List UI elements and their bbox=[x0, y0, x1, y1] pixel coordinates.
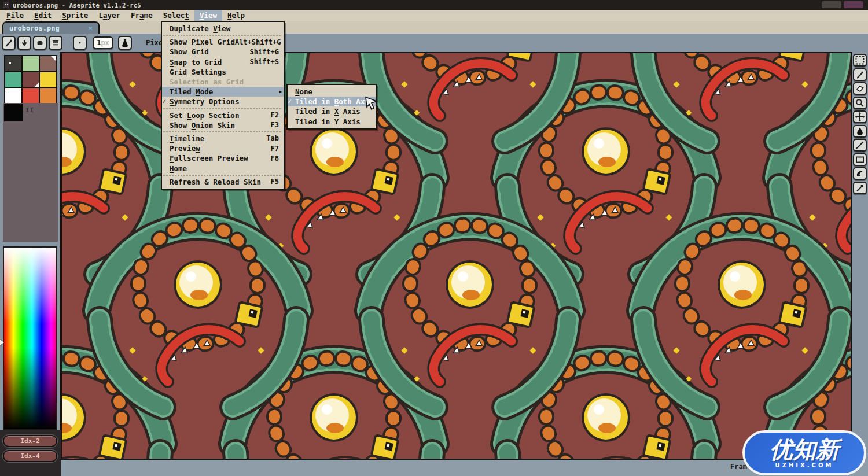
arrow-down-icon bbox=[20, 38, 29, 47]
menu-item-grid-settings[interactable]: Grid Settings bbox=[162, 67, 284, 77]
palette-swatch-6[interactable] bbox=[5, 88, 21, 104]
spectrum-marker-icon[interactable] bbox=[0, 340, 4, 345]
brush-size-input[interactable]: 1 px bbox=[93, 36, 113, 49]
line-tool[interactable] bbox=[853, 139, 867, 152]
menu-item-label: Tiled in Both Axis bbox=[295, 97, 373, 106]
menu-frame[interactable]: Frame bbox=[126, 10, 158, 21]
sidebar-bottom-panel: Idx-2 Idx-4 bbox=[0, 430, 61, 476]
palette-swatch-7[interactable] bbox=[23, 88, 39, 104]
menu-sprite[interactable]: Sprite bbox=[57, 10, 93, 21]
pencil-button[interactable] bbox=[2, 36, 16, 50]
menu-item-tiled-mode[interactable]: Tiled Mode▶ bbox=[162, 87, 284, 97]
palette-swatch-2[interactable] bbox=[40, 56, 56, 71]
checkmark-icon: ✓ bbox=[288, 97, 292, 105]
submenu-item-none[interactable]: None bbox=[288, 87, 376, 97]
palette-swatch-5[interactable] bbox=[40, 72, 56, 87]
tool-strip bbox=[852, 52, 868, 460]
color-palette bbox=[4, 55, 57, 105]
window-controls bbox=[822, 1, 863, 8]
menu-item-symmetry-options[interactable]: ✓Symmetry Options bbox=[162, 97, 284, 106]
menu-item-shortcut: F3 bbox=[271, 121, 279, 129]
paint-bucket-tool[interactable] bbox=[853, 125, 867, 138]
color-spectrum-picker[interactable] bbox=[3, 246, 57, 430]
zoom-tool[interactable] bbox=[853, 97, 867, 109]
watermark-title: 优知新 bbox=[770, 438, 839, 461]
tab-uroboros[interactable]: uroboros.png × bbox=[2, 21, 100, 34]
menu-item-show-grid[interactable]: Show GridShift+G bbox=[162, 47, 284, 57]
palette-swatch-8[interactable] bbox=[40, 88, 56, 104]
menu-select[interactable]: Select bbox=[158, 10, 194, 21]
dot-icon bbox=[75, 38, 84, 47]
brush-size-value: 1 bbox=[97, 39, 101, 47]
menu-view[interactable]: View bbox=[194, 10, 222, 21]
menu-item-label: Tiled in Y Axis bbox=[295, 117, 361, 126]
menu-item-shortcut: F7 bbox=[271, 145, 279, 153]
menu-item-label: Set Loop Section bbox=[170, 111, 239, 120]
jumble-tool[interactable] bbox=[853, 182, 867, 194]
tab-close-icon[interactable]: × bbox=[88, 24, 93, 32]
menu-lines-icon bbox=[51, 38, 60, 47]
fg-index-button[interactable]: Idx-2 bbox=[3, 435, 57, 447]
eraser-tool[interactable] bbox=[853, 82, 867, 95]
move-tool[interactable] bbox=[853, 110, 867, 123]
paint-bucket-icon bbox=[855, 126, 865, 136]
submenu-item-tiled-in-both-axis[interactable]: ✓Tiled in Both Axis bbox=[288, 97, 376, 106]
window-title: uroboros.png - Aseprite v1.1.2-rc5 bbox=[13, 2, 141, 9]
palette-swatch-3[interactable] bbox=[5, 72, 21, 87]
submenu-item-tiled-in-x-axis[interactable]: Tiled in X Axis bbox=[288, 106, 376, 116]
menu-lines-button[interactable] bbox=[49, 36, 62, 50]
watermark-subtitle: UZHIX.COM bbox=[775, 462, 834, 468]
pause-mark: II bbox=[25, 106, 34, 114]
menu-item-duplicate-view[interactable]: Duplicate View bbox=[162, 24, 284, 34]
dot-button[interactable] bbox=[73, 36, 87, 50]
menu-item-shortcut: Tab bbox=[266, 134, 279, 142]
menu-item-set-loop-section[interactable]: Set Loop SectionF2 bbox=[162, 110, 284, 120]
minimize-button[interactable] bbox=[822, 1, 841, 8]
menu-item-label: Show Grid bbox=[170, 47, 209, 56]
menu-item-preview[interactable]: PreviewF7 bbox=[162, 143, 284, 153]
close-window-button[interactable] bbox=[844, 1, 863, 8]
menu-item-show-onion-skin[interactable]: Show Onion SkinF3 bbox=[162, 120, 284, 130]
view-menu: Duplicate ViewShow Pixel GridAlt+Shift+G… bbox=[161, 21, 285, 190]
palette-swatch-4[interactable] bbox=[23, 72, 39, 87]
rectangle-icon bbox=[855, 154, 865, 165]
rectangle-tool[interactable] bbox=[853, 153, 867, 166]
pencil-icon bbox=[4, 38, 13, 47]
rectangular-marquee-tool[interactable] bbox=[853, 54, 867, 67]
submenu-item-tiled-in-y-axis[interactable]: Tiled in Y Axis bbox=[288, 117, 376, 127]
menu-edit[interactable]: Edit bbox=[29, 10, 57, 21]
foreground-color-chip[interactable] bbox=[4, 104, 23, 121]
menu-item-selection-as-grid: Selection as Grid bbox=[162, 77, 284, 87]
menu-item-label: Fullscreen Preview bbox=[170, 154, 248, 163]
contour-tool[interactable] bbox=[853, 167, 867, 180]
left-sidebar: II Idx-2 Idx-4 bbox=[0, 52, 61, 476]
aseprite-window: uroboros.png - Aseprite v1.1.2-rc5 FileE… bbox=[0, 0, 868, 476]
menu-item-fullscreen-preview[interactable]: Fullscreen PreviewF8 bbox=[162, 153, 284, 163]
bg-index-button[interactable]: Idx-4 bbox=[3, 450, 57, 462]
menu-item-timeline[interactable]: TimelineTab bbox=[162, 134, 284, 143]
menu-item-show-pixel-grid[interactable]: Show Pixel GridAlt+Shift+G bbox=[162, 37, 284, 47]
menu-file[interactable]: File bbox=[1, 10, 29, 21]
menu-layer[interactable]: Layer bbox=[93, 10, 126, 21]
fold-tr-mark bbox=[51, 56, 56, 61]
tiled-mode-submenu: None✓Tiled in Both AxisTiled in X AxisTi… bbox=[286, 84, 377, 130]
ink-button[interactable] bbox=[118, 36, 132, 50]
contour-icon bbox=[855, 168, 865, 179]
zoom-icon bbox=[855, 98, 865, 108]
blob-button[interactable] bbox=[33, 36, 47, 50]
menu-item-label: None bbox=[295, 87, 312, 96]
menu-item-refresh-reload-skin[interactable]: Refresh & Reload SkinF5 bbox=[162, 177, 284, 187]
tab-bar: uroboros.png × bbox=[0, 21, 868, 34]
checkmark-icon: ✓ bbox=[162, 97, 166, 105]
line-icon bbox=[855, 140, 865, 150]
menu-help[interactable]: Help bbox=[222, 10, 250, 21]
menu-item-snap-to-grid[interactable]: Snap to GridShift+S bbox=[162, 57, 284, 67]
palette-swatch-1[interactable] bbox=[23, 56, 39, 71]
arrow-down-button[interactable] bbox=[17, 36, 31, 50]
palette-swatch-0[interactable] bbox=[5, 56, 21, 71]
menu-item-home[interactable]: Home bbox=[162, 163, 284, 173]
watermark-badge: 优知新 UZHIX.COM bbox=[742, 430, 866, 475]
menu-item-label: Timeline bbox=[170, 134, 204, 143]
menubar: FileEditSpriteLayerFrameSelectViewHelp bbox=[0, 10, 868, 21]
pencil-tool[interactable] bbox=[853, 68, 867, 81]
